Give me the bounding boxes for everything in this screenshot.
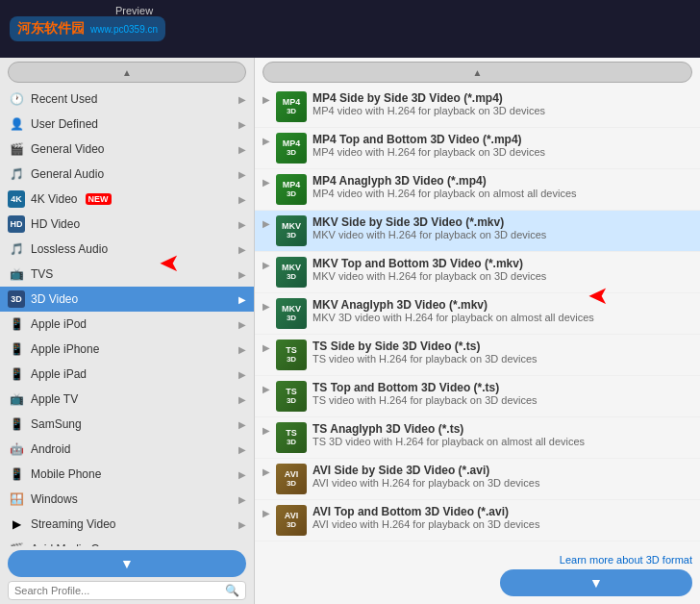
sidebar-item-apple_ipad[interactable]: 📱 Apple iPad ▶	[0, 362, 254, 387]
sidebar-item-lossless_audio[interactable]: 🎵 Lossless Audio ▶	[0, 237, 254, 262]
cat-label-apple_iphone: Apple iPhone	[31, 342, 99, 356]
new-badge-4k_video: NEW	[86, 193, 112, 205]
fmt-icon-avi_tb: AVI 3D	[276, 505, 307, 536]
bottom-right: Learn more about 3D format ▼	[255, 546, 700, 604]
left-panel: ▲ 🕐 Recent Used ▶ 👤 User Defined ▶ 🎬 Gen…	[0, 58, 255, 604]
sidebar-item-hd_video[interactable]: HD HD Video ▶	[0, 212, 254, 237]
cat-arrow-hd_video: ▶	[238, 219, 246, 230]
sidebar-item-apple_tv[interactable]: 📺 Apple TV ▶	[0, 387, 254, 412]
sidebar-item-android[interactable]: 🤖 Android ▶	[0, 437, 254, 462]
format-item-mp4_sbs[interactable]: ▶ MP4 3D MP4 Side by Side 3D Video (*.mp…	[255, 87, 700, 128]
fmt-desc-mkv_ana: MKV 3D video with H.264 for playback on …	[312, 312, 692, 323]
sidebar-item-tvs[interactable]: 📺 TVS ▶	[0, 262, 254, 287]
sidebar-item-general_audio[interactable]: 🎵 General Audio ▶	[0, 162, 254, 187]
scroll-down-left[interactable]: ▼	[8, 550, 246, 577]
cat-arrow-android: ▶	[238, 444, 246, 455]
format-item-avi_tb[interactable]: ▶ AVI 3D AVI Top and Bottom 3D Video (*.…	[255, 500, 700, 541]
sidebar-item-recent[interactable]: 🕐 Recent Used ▶	[0, 87, 254, 112]
format-item-mkv_tb[interactable]: ▶ MKV 3D MKV Top and Bottom 3D Video (*.…	[255, 252, 700, 293]
sidebar-item-3d_video[interactable]: 3D 3D Video ▶	[0, 287, 254, 312]
fmt-icon-mp4_sbs: MP4 3D	[276, 91, 307, 122]
cat-arrow-apple_ipad: ▶	[238, 369, 246, 380]
sidebar-item-user_defined[interactable]: 👤 User Defined ▶	[0, 112, 254, 137]
cat-arrow-apple_tv: ▶	[238, 394, 246, 405]
fmt-title-mp4_sbs: MP4 Side by Side 3D Video (*.mp4)	[312, 91, 692, 105]
fmt-title-ts_tb: TS Top and Bottom 3D Video (*.ts)	[312, 381, 692, 394]
format-item-ts_ana[interactable]: ▶ TS 3D TS Anaglyph 3D Video (*.ts) TS 3…	[255, 417, 700, 459]
scroll-down-right[interactable]: ▼	[500, 569, 692, 596]
fmt-arrow-mp4_tb: ▶	[262, 136, 270, 146]
cat-icon-general_audio: 🎵	[8, 165, 25, 183]
format-item-avi_sbs[interactable]: ▶ AVI 3D AVI Side by Side 3D Video (*.av…	[255, 459, 700, 500]
scroll-up-left[interactable]: ▲	[8, 62, 246, 83]
fmt-desc-ts_sbs: TS video with H.264 for playback on 3D d…	[312, 353, 692, 365]
fmt-arrow-avi_sbs: ▶	[262, 466, 270, 477]
fmt-desc-avi_tb: AVI video with H.264 for playback on 3D …	[312, 518, 692, 530]
scroll-up-right[interactable]: ▲	[262, 62, 692, 83]
fmt-arrow-ts_ana: ▶	[262, 425, 270, 436]
sidebar-item-avid[interactable]: 🎬 Avid Media Composer ▶	[0, 537, 254, 546]
fmt-desc-mp4_sbs: MP4 video with H.264 for playback on 3D …	[312, 105, 692, 116]
cat-icon-apple_tv: 📺	[8, 390, 25, 408]
fmt-info-ts_sbs: TS Side by Side 3D Video (*.ts) TS video…	[312, 340, 692, 365]
cat-arrow-3d_video: ▶	[238, 294, 246, 305]
cat-label-lossless_audio: Lossless Audio	[31, 242, 108, 256]
cat-icon-4k_video: 4K	[8, 190, 25, 208]
fmt-title-avi_sbs: AVI Side by Side 3D Video (*.avi)	[312, 464, 692, 477]
search-input[interactable]	[14, 585, 221, 596]
cat-arrow-apple_iphone: ▶	[238, 344, 246, 355]
cat-icon-tvs: 📺	[8, 265, 25, 283]
logo-area: 河东软件园 www.pc0359.cn	[10, 16, 165, 41]
fmt-info-avi_sbs: AVI Side by Side 3D Video (*.avi) AVI vi…	[312, 464, 692, 489]
fmt-title-mkv_tb: MKV Top and Bottom 3D Video (*.mkv)	[312, 257, 692, 270]
cat-icon-recent: 🕐	[8, 90, 25, 108]
format-item-mkv_sbs[interactable]: ▶ MKV 3D MKV Side by Side 3D Video (*.mk…	[255, 211, 700, 252]
cat-icon-android: 🤖	[8, 440, 25, 458]
sidebar-item-4k_video[interactable]: 4K 4K Video NEW ▶	[0, 187, 254, 212]
sidebar-item-streaming[interactable]: ▶ Streaming Video ▶	[0, 512, 254, 537]
fmt-info-mkv_ana: MKV Anaglyph 3D Video (*.mkv) MKV 3D vid…	[312, 298, 692, 323]
format-item-ts_tb[interactable]: ▶ TS 3D TS Top and Bottom 3D Video (*.ts…	[255, 376, 700, 417]
fmt-info-avi_tb: AVI Top and Bottom 3D Video (*.avi) AVI …	[312, 505, 692, 530]
cat-icon-user_defined: 👤	[8, 115, 25, 133]
cat-label-windows: Windows	[31, 492, 78, 506]
fmt-icon-ts_tb: TS 3D	[276, 381, 307, 412]
sidebar-item-general_video[interactable]: 🎬 General Video ▶	[0, 137, 254, 162]
fmt-title-mp4_ana: MP4 Anaglyph 3D Video (*.mp4)	[312, 174, 692, 188]
fmt-arrow-mkv_sbs: ▶	[262, 218, 270, 229]
cat-label-apple_ipad: Apple iPad	[31, 367, 87, 381]
fmt-icon-mkv_tb: MKV 3D	[276, 257, 307, 288]
format-item-ts_sbs[interactable]: ▶ TS 3D TS Side by Side 3D Video (*.ts) …	[255, 335, 700, 376]
format-item-mp4_ana[interactable]: ▶ MP4 3D MP4 Anaglyph 3D Video (*.mp4) M…	[255, 169, 700, 211]
format-item-mkv_ana[interactable]: ▶ MKV 3D MKV Anaglyph 3D Video (*.mkv) M…	[255, 293, 700, 335]
cat-arrow-general_audio: ▶	[238, 169, 246, 180]
fmt-desc-ts_ana: TS 3D video with H.264 for playback on a…	[312, 436, 692, 447]
fmt-info-mp4_sbs: MP4 Side by Side 3D Video (*.mp4) MP4 vi…	[312, 91, 692, 116]
bottom-left: ▼ 🔍	[0, 546, 254, 604]
sidebar-item-apple_ipod[interactable]: 📱 Apple iPod ▶	[0, 312, 254, 337]
fmt-title-ts_ana: TS Anaglyph 3D Video (*.ts)	[312, 422, 692, 436]
cat-icon-mobile_phone: 📱	[8, 466, 25, 483]
learn-more-link[interactable]: Learn more about 3D format	[560, 554, 692, 566]
sidebar-item-samsung[interactable]: 📱 SamSung ▶	[0, 412, 254, 437]
cat-icon-windows: 🪟	[8, 491, 25, 508]
scroll-up-right-icon: ▲	[473, 67, 483, 78]
format-item-mp4_tb[interactable]: ▶ MP4 3D MP4 Top and Bottom 3D Video (*.…	[255, 128, 700, 169]
fmt-arrow-mkv_tb: ▶	[262, 260, 270, 270]
search-icon[interactable]: 🔍	[225, 584, 239, 597]
cat-label-hd_video: HD Video	[31, 217, 80, 231]
cat-arrow-windows: ▶	[238, 494, 246, 505]
cat-arrow-lossless_audio: ▶	[238, 244, 246, 255]
sidebar-item-apple_iphone[interactable]: 📱 Apple iPhone ▶	[0, 337, 254, 362]
fmt-info-mp4_ana: MP4 Anaglyph 3D Video (*.mp4) MP4 video …	[312, 174, 692, 199]
fmt-info-mp4_tb: MP4 Top and Bottom 3D Video (*.mp4) MP4 …	[312, 133, 692, 158]
scroll-down-right-icon: ▼	[589, 575, 603, 591]
sidebar-item-windows[interactable]: 🪟 Windows ▶	[0, 487, 254, 512]
cat-arrow-apple_ipod: ▶	[238, 319, 246, 330]
cat-icon-apple_iphone: 📱	[8, 340, 25, 358]
cat-label-general_video: General Video	[31, 142, 105, 156]
fmt-icon-mp4_ana: MP4 3D	[276, 174, 307, 205]
scroll-down-left-icon: ▼	[120, 556, 134, 571]
sidebar-item-mobile_phone[interactable]: 📱 Mobile Phone ▶	[0, 462, 254, 487]
cat-arrow-tvs: ▶	[238, 269, 246, 280]
